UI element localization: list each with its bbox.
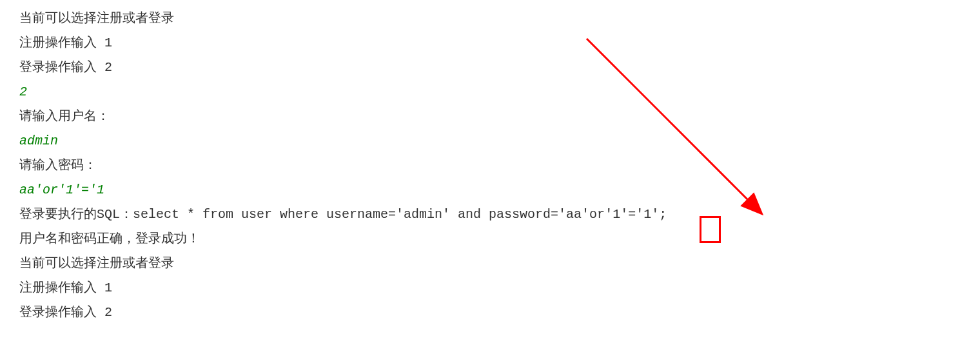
output-line: 登录操作输入 2: [19, 300, 961, 325]
user-input-line: 2: [19, 80, 961, 104]
output-line: 当前可以选择注册或者登录: [19, 251, 961, 276]
output-line: 当前可以选择注册或者登录: [19, 6, 961, 31]
output-line: 请输入密码：: [19, 153, 961, 178]
terminal-output: 当前可以选择注册或者登录 注册操作输入 1 登录操作输入 2 2 请输入用户名：…: [19, 6, 961, 325]
user-input-line: aa'or'1'='1: [19, 178, 961, 202]
sql-output-line: 登录要执行的SQL：select * from user where usern…: [19, 202, 961, 227]
output-line: 请输入用户名：: [19, 104, 961, 129]
output-line: 注册操作输入 1: [19, 276, 961, 300]
user-input-line: admin: [19, 129, 961, 153]
output-line: 用户名和密码正确，登录成功！: [19, 227, 961, 251]
output-line: 登录操作输入 2: [19, 55, 961, 80]
output-line: 注册操作输入 1: [19, 31, 961, 55]
